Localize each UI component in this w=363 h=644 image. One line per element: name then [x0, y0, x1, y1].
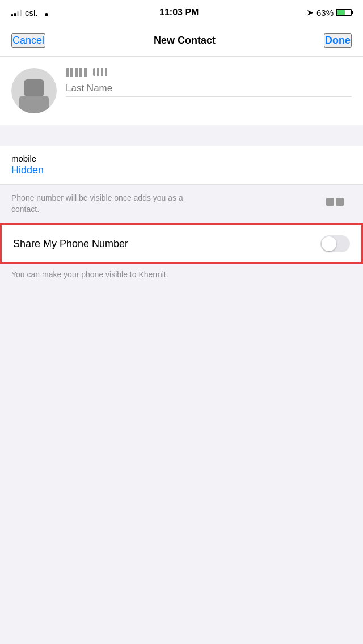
status-left: csl. — [11, 8, 52, 18]
share-phone-toggle[interactable] — [320, 235, 350, 252]
phone-value: Hidden — [11, 164, 352, 176]
pixel-sq-2 — [336, 198, 344, 206]
last-name-input[interactable] — [66, 80, 352, 97]
phone-label: mobile — [11, 154, 352, 163]
battery-icon — [336, 9, 352, 16]
rest-area — [0, 288, 363, 481]
status-bar: csl. 11:03 PM ➤ 63% — [0, 0, 363, 25]
section-separator — [0, 125, 363, 146]
info-text: Phone number will be visible once adds y… — [11, 193, 193, 215]
info-icon-area — [318, 193, 352, 211]
share-label: Share My Phone Number — [13, 238, 128, 250]
avatar[interactable] — [11, 68, 57, 113]
done-button[interactable]: Done — [324, 33, 352, 48]
status-time: 11:03 PM — [159, 7, 199, 18]
toggle-knob — [322, 236, 336, 251]
wifi-icon — [41, 9, 52, 16]
name-fields — [66, 68, 352, 97]
contact-form — [0, 57, 363, 125]
battery-fill — [337, 10, 345, 15]
carrier-label: csl. — [25, 8, 38, 18]
location-icon: ➤ — [307, 9, 313, 17]
nav-bar: Cancel New Contact Done — [0, 25, 363, 57]
cancel-button[interactable]: Cancel — [11, 33, 45, 48]
battery-percent: 63% — [316, 8, 334, 18]
status-right: ➤ 63% — [307, 8, 352, 18]
pixel-sq-1 — [326, 198, 334, 206]
page-title: New Contact — [154, 35, 216, 46]
name-row-top — [66, 68, 352, 77]
share-caption: You can make your phone visible to Kherm… — [0, 264, 363, 288]
info-section: Phone number will be visible once adds y… — [0, 185, 363, 223]
battery-wrapper: 63% — [316, 8, 352, 18]
company-value[interactable] — [93, 68, 109, 76]
phone-section: mobile Hidden — [0, 146, 363, 185]
pixelated-contact-preview — [326, 198, 344, 206]
share-section: Share My Phone Number — [0, 223, 363, 264]
signal-bars-icon — [11, 9, 22, 16]
first-name-value[interactable] — [66, 68, 88, 77]
